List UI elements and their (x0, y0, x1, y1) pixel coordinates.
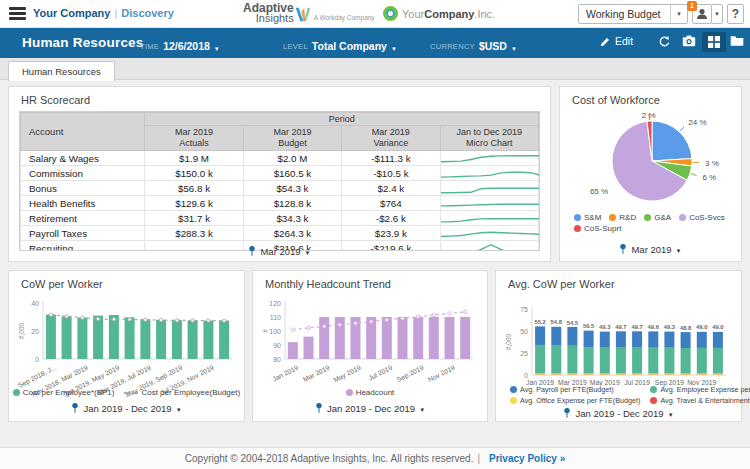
svg-text:50: 50 (520, 328, 528, 335)
svg-text:25: 25 (520, 350, 528, 357)
version-select-value: Working Budget (579, 8, 670, 20)
sparkline (441, 152, 540, 165)
chevron-down-icon (676, 244, 682, 255)
chart-legend: Cost per Employee*(BP1) Cost per Employe… (9, 388, 244, 397)
top-bar: Your Company|Discovery AdaptiveInsights … (0, 0, 750, 28)
legend-label: CoS-Svcs (689, 213, 725, 222)
footer: Copyright © 2004-2018 Adaptive Insights,… (0, 447, 750, 469)
chevron-down-icon (668, 408, 674, 419)
period-pin[interactable]: Jan 2019 - Dec 2019 (253, 402, 487, 414)
brand-name: Your Company (33, 7, 110, 19)
legend-dot (679, 214, 686, 221)
svg-text:48.8: 48.8 (680, 325, 692, 331)
avg-cow-per-worker-panel: Avg. CoW per Worker 025507555.254.854.55… (495, 270, 742, 422)
snapshot-button[interactable] (682, 35, 696, 47)
svg-text:55.2: 55.2 (534, 319, 545, 325)
folder-icon (730, 35, 744, 47)
legend-item: R&D (609, 213, 636, 222)
time-filter[interactable]: TIME 12/6/2018 (140, 37, 220, 55)
legend-label: S&M (584, 213, 601, 222)
legend-dot (574, 214, 581, 221)
column-header-actuals: Mar 2019 Actuals (145, 126, 243, 151)
period-pin[interactable]: Mar 2019 (560, 243, 741, 255)
microchart-cell (440, 181, 538, 196)
chevron-down-icon[interactable] (670, 5, 687, 23)
pie-legend: S&M R&D G&A CoS-Svcs CoS-Suprt (574, 213, 734, 233)
yourcompany-logo-icon (383, 6, 398, 21)
currency-filter[interactable]: CURRENCY $USD (430, 37, 517, 55)
user-menu-caret-button[interactable] (711, 4, 723, 24)
svg-text:#,000: #,000 (18, 322, 25, 339)
actuals-cell: $129.6 k (145, 196, 243, 211)
period-pin[interactable]: Jan 2019 - Dec 2019 (9, 402, 244, 414)
nav-discovery-link[interactable]: Discovery (121, 7, 174, 19)
edit-label: Edit (615, 35, 633, 47)
svg-text:49.0: 49.0 (712, 324, 723, 330)
legend-label: Avg. Employee Expense per FTE(Budget) (660, 385, 750, 394)
level-filter-label: LEVEL (283, 42, 308, 51)
sparkline (441, 182, 540, 195)
camera-icon (682, 35, 696, 47)
chevron-down-icon (391, 37, 397, 55)
legend-dot (510, 397, 517, 404)
chevron-down-icon (511, 37, 517, 55)
svg-text:#,000: #,000 (505, 333, 512, 350)
account-cell: Salary & Wages (21, 151, 145, 166)
scorecard-table: Account Period Mar 2019 Actuals Mar 2019… (20, 112, 539, 251)
legend-label: Headcount (356, 388, 395, 397)
level-filter[interactable]: LEVEL Total Company (283, 37, 397, 55)
footer-copyright: Copyright © 2004-2018 Adaptive Insights,… (185, 453, 474, 464)
sparkline (441, 212, 540, 225)
chevron-down-icon (176, 403, 182, 414)
legend-label: Avg. Travel & Entertainment per FTE(Budg… (660, 396, 750, 405)
period-pin[interactable]: Jan 2019 - Dec 2019 (496, 407, 741, 419)
workday-tagline: A Workday Company (314, 14, 375, 21)
svg-text:0: 0 (35, 356, 39, 363)
hr-scorecard-panel: HR Scorecard Account Period Mar 2019 Act… (8, 86, 551, 262)
page-title: Human Resources (22, 35, 144, 50)
svg-text:0: 0 (524, 372, 528, 379)
time-filter-value: 12/6/2018 (163, 40, 210, 52)
budget-cell: $34.3 k (243, 211, 341, 226)
svg-text:Jan 2019: Jan 2019 (271, 364, 299, 383)
period-pin-label: Jan 2019 - Dec 2019 (575, 408, 663, 419)
hamburger-menu-icon[interactable] (9, 7, 26, 20)
svg-text:49.6: 49.6 (648, 324, 660, 330)
help-button[interactable]: ? (727, 4, 744, 24)
chart-legend: Headcount (253, 388, 487, 397)
folder-button[interactable] (730, 35, 744, 47)
edit-button[interactable]: Edit (600, 35, 633, 47)
account-cell: Commission (21, 166, 145, 181)
actuals-cell: $150.0 k (145, 166, 243, 181)
svg-text:Jul 2019: Jul 2019 (367, 364, 393, 382)
adaptive-v-icon (294, 6, 311, 23)
legend-item: CoS-Svcs (679, 213, 725, 222)
account-cell: Retirement (21, 211, 145, 226)
period-pin[interactable]: Mar 2019 (9, 245, 550, 257)
breadcrumb: Your Company|Discovery (33, 7, 174, 19)
company-name: Company (424, 8, 474, 20)
legend-label: Avg. Office Expense per FTE(Budget) (520, 396, 640, 405)
legend-item: CoS-Suprt (574, 224, 621, 233)
refresh-button[interactable] (658, 35, 671, 48)
legend-item: Cost per Employee(Budget) (124, 388, 240, 397)
dashboard-view-button[interactable] (702, 32, 726, 52)
svg-text:49.3: 49.3 (664, 324, 676, 330)
currency-filter-value: $USD (479, 40, 507, 52)
svg-text:2 %: 2 % (642, 111, 656, 120)
tab-strip: Human Resources (0, 58, 750, 80)
legend-dot (510, 386, 517, 393)
svg-text:24 %: 24 % (688, 118, 706, 127)
svg-text:49.0: 49.0 (696, 324, 707, 330)
privacy-policy-link[interactable]: Privacy Policy » (489, 453, 565, 464)
budget-cell: $264.3 k (243, 226, 341, 241)
panel-title: HR Scorecard (21, 94, 90, 106)
sparkline (441, 197, 540, 210)
svg-text:90: 90 (273, 342, 281, 349)
legend-label: Cost per Employee(Budget) (141, 388, 240, 397)
version-select[interactable]: Working Budget (578, 4, 688, 24)
tab-human-resources[interactable]: Human Resources (8, 61, 115, 81)
monthly-headcount-chart: 8090100110120Jan 2019Mar 2019May 2019Jul… (261, 295, 481, 391)
company-suffix: .Inc. (474, 8, 495, 20)
account-cell: Payroll Taxes (21, 226, 145, 241)
